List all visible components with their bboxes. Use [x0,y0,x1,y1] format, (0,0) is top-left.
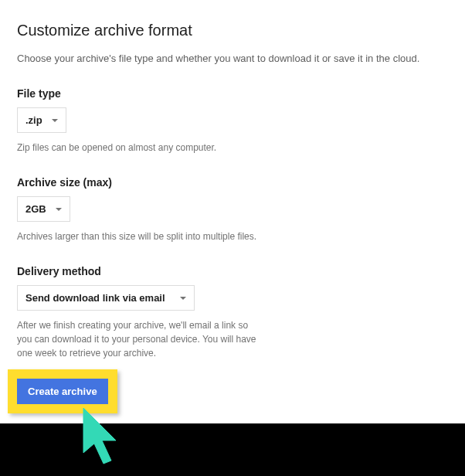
delivery-select[interactable]: Send download link via email [17,285,195,311]
filetype-label: File type [17,87,448,100]
create-archive-button[interactable]: Create archive [17,379,108,404]
filetype-group: File type .zip Zip files can be opened o… [17,87,448,155]
caret-down-icon [52,119,58,122]
archivesize-select[interactable]: 2GB [17,196,70,222]
page-description: Choose your archive's file type and whet… [17,52,448,66]
caret-down-icon [56,208,62,211]
delivery-label: Delivery method [17,265,448,277]
page-title: Customize archive format [17,22,448,39]
archivesize-value: 2GB [25,203,46,215]
archivesize-group: Archive size (max) 2GB Archives larger t… [17,176,448,243]
delivery-value: Send download link via email [25,292,165,304]
archivesize-label: Archive size (max) [17,176,448,189]
archivesize-helper: Archives larger than this size will be s… [17,230,264,243]
filetype-value: .zip [25,114,42,126]
delivery-group: Delivery method Send download link via e… [17,265,448,360]
caret-down-icon [180,297,186,300]
delivery-helper: After we finish creating your archive, w… [17,318,264,360]
filetype-helper: Zip files can be opened on almost any co… [17,141,264,155]
filetype-select[interactable]: .zip [17,107,66,133]
main-content: Customize archive format Choose your arc… [0,0,465,360]
highlight-annotation: Create archive [8,369,117,413]
footer-bar [0,423,465,476]
